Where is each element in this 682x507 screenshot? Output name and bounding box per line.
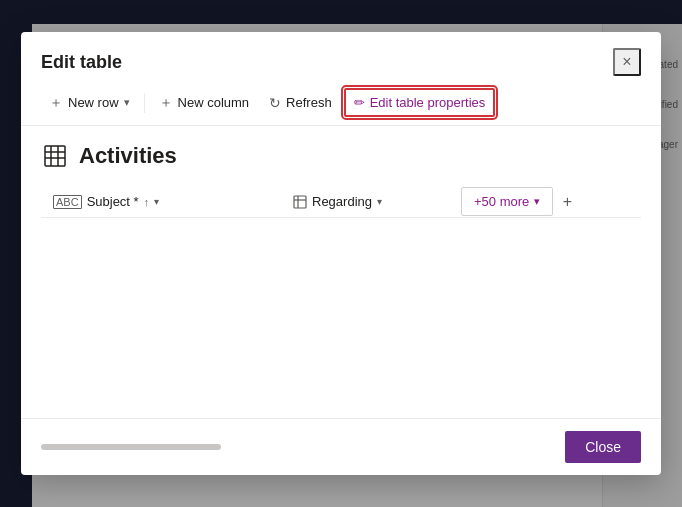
new-row-label: New row (68, 95, 119, 110)
close-modal-button[interactable]: Close (565, 431, 641, 463)
column-headers: ABC Subject * ↑ ▾ Regarding (41, 186, 641, 218)
edit-table-modal: Edit table × ＋ New row ▾ ＋ New column ↻ … (21, 32, 661, 475)
horizontal-scrollbar[interactable] (41, 444, 221, 450)
pencil-icon: ✏ (354, 95, 365, 110)
refresh-icon: ↻ (269, 95, 281, 111)
plus-icon: ＋ (49, 94, 63, 112)
new-row-button[interactable]: ＋ New row ▾ (41, 89, 138, 117)
new-row-dropdown-icon: ▾ (124, 96, 130, 109)
modal-overlay: Edit table × ＋ New row ▾ ＋ New column ↻ … (0, 0, 682, 507)
modal-close-button[interactable]: × (613, 48, 641, 76)
modal-header: Edit table × (21, 32, 661, 88)
table-body (41, 218, 641, 418)
regarding-col-label: Regarding (312, 194, 372, 209)
refresh-label: Refresh (286, 95, 332, 110)
modal-footer: Close (21, 418, 661, 475)
subject-col-icon: ABC (53, 195, 82, 209)
toolbar-separator-1 (144, 93, 145, 113)
regarding-column-header[interactable]: Regarding ▾ (281, 186, 461, 217)
close-icon: × (622, 53, 631, 71)
refresh-button[interactable]: ↻ Refresh (261, 90, 340, 116)
table-title-row: Activities (41, 142, 641, 170)
subject-col-dropdown-icon: ▾ (154, 196, 159, 207)
edit-table-properties-label: Edit table properties (370, 95, 486, 110)
add-column-button[interactable]: + (553, 188, 581, 216)
edit-table-properties-button[interactable]: ✏ Edit table properties (344, 88, 496, 117)
regarding-col-dropdown-icon: ▾ (377, 196, 382, 207)
more-columns-label: +50 more (474, 194, 529, 209)
table-section: Activities ABC Subject * ↑ ▾ (21, 126, 661, 418)
new-column-label: New column (178, 95, 250, 110)
activities-table-icon (41, 142, 69, 170)
more-columns-button[interactable]: +50 more ▾ (461, 187, 553, 216)
plus-icon-2: ＋ (159, 94, 173, 112)
svg-rect-0 (45, 146, 65, 166)
sort-asc-icon: ↑ (144, 196, 150, 208)
subject-column-header[interactable]: ABC Subject * ↑ ▾ (41, 186, 281, 217)
subject-col-label: Subject * (87, 194, 139, 209)
add-col-plus-icon: + (563, 193, 572, 211)
more-columns-dropdown-icon: ▾ (534, 195, 540, 208)
modal-title: Edit table (41, 52, 122, 73)
svg-rect-5 (294, 196, 306, 208)
regarding-col-icon (293, 195, 307, 209)
table-name: Activities (79, 143, 177, 169)
modal-toolbar: ＋ New row ▾ ＋ New column ↻ Refresh ✏ Edi… (21, 88, 661, 126)
new-column-button[interactable]: ＋ New column (151, 89, 258, 117)
